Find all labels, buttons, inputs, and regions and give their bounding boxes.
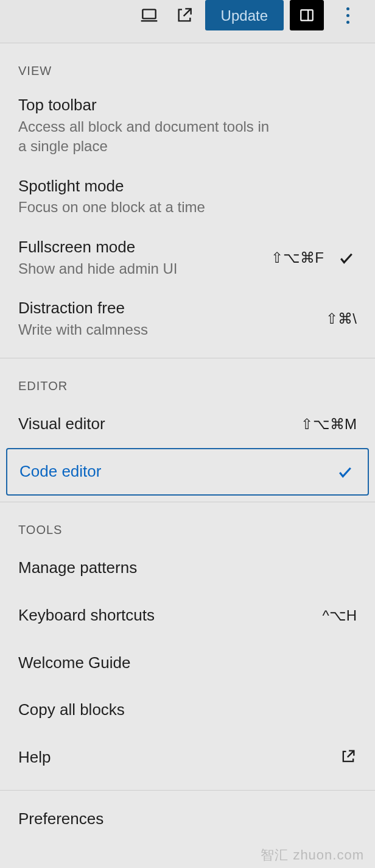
menu-item-code-editor[interactable]: Code editor (6, 448, 369, 496)
settings-panel-button[interactable] (290, 0, 324, 30)
section-label-editor: EDITOR (0, 358, 375, 400)
menu-title: Preferences (18, 809, 103, 830)
menu-desc: Access all block and document tools in a… (18, 117, 280, 157)
external-link-icon[interactable] (170, 1, 199, 30)
update-button[interactable]: Update (205, 0, 284, 30)
menu-item-keyboard-shortcuts[interactable]: Keyboard shortcuts ^⌥H (0, 592, 375, 639)
options-menu-button[interactable] (338, 1, 357, 30)
external-link-icon (340, 748, 357, 767)
svg-rect-1 (301, 10, 313, 20)
menu-title: Spotlight mode (18, 176, 357, 197)
check-icon (335, 461, 356, 482)
laptop-icon[interactable] (135, 1, 164, 30)
menu-item-top-toolbar[interactable]: Top toolbar Access all block and documen… (0, 85, 375, 166)
section-label-view: VIEW (0, 43, 375, 85)
watermark: 智汇 zhuon.com (261, 846, 364, 864)
check-icon (336, 247, 357, 268)
menu-title: Distraction free (18, 298, 314, 319)
section-label-tools: TOOLS (0, 502, 375, 544)
menu-item-manage-patterns[interactable]: Manage patterns (0, 544, 375, 592)
menu-item-visual-editor[interactable]: Visual editor ⇧⌥⌘M (0, 400, 375, 448)
menu-desc: Write with calmness (18, 320, 280, 340)
menu-desc: Show and hide admin UI (18, 259, 259, 279)
menu-item-preferences[interactable]: Preferences (0, 791, 375, 843)
menu-item-distraction-free[interactable]: Distraction free Write with calmness ⇧⌘\ (0, 288, 375, 349)
menu-title: Help (18, 747, 51, 768)
shortcut-label: ^⌥H (322, 607, 357, 624)
menu-item-fullscreen[interactable]: Fullscreen mode Show and hide admin UI ⇧… (0, 227, 375, 288)
shortcut-label: ⇧⌥⌘F (271, 249, 324, 266)
menu-title: Welcome Guide (18, 653, 131, 674)
options-dropdown: VIEW Top toolbar Access all block and do… (0, 43, 375, 868)
shortcut-label: ⇧⌘\ (326, 310, 357, 327)
menu-title: Code editor (19, 461, 101, 482)
menu-title: Top toolbar (18, 95, 357, 116)
shortcut-label: ⇧⌥⌘M (301, 416, 357, 433)
top-toolbar: Update (0, 0, 375, 43)
menu-item-spotlight[interactable]: Spotlight mode Focus on one block at a t… (0, 166, 375, 227)
menu-title: Manage patterns (18, 558, 137, 578)
menu-item-welcome-guide[interactable]: Welcome Guide (0, 639, 375, 687)
menu-item-help[interactable]: Help (0, 734, 375, 781)
svg-rect-0 (142, 10, 155, 19)
menu-desc: Focus on one block at a time (18, 197, 280, 217)
menu-title: Visual editor (18, 414, 105, 435)
menu-item-copy-all-blocks[interactable]: Copy all blocks (0, 686, 375, 734)
menu-title: Fullscreen mode (18, 237, 259, 258)
menu-title: Keyboard shortcuts (18, 605, 155, 626)
menu-title: Copy all blocks (18, 700, 125, 720)
